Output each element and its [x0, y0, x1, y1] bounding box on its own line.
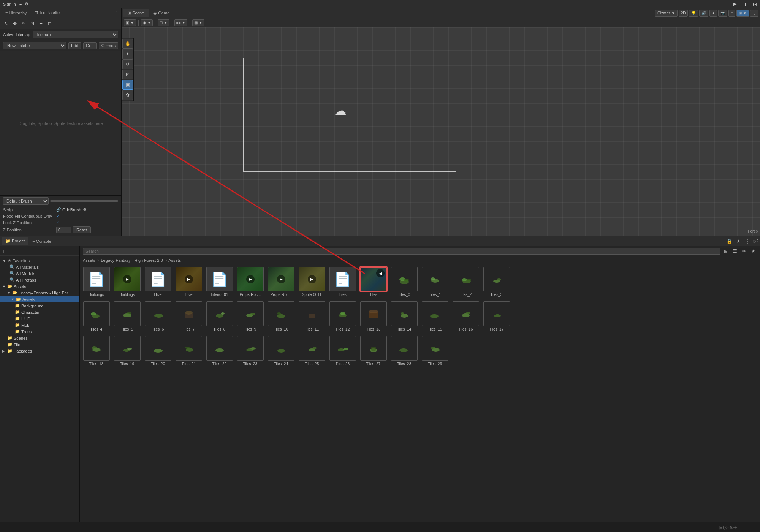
reset-button[interactable]: Reset [73, 226, 91, 233]
asset-hive-sprite[interactable]: ▶ Hive [174, 267, 203, 297]
asset-tiles-27[interactable]: Tiles_27 [359, 336, 388, 366]
asset-tiles-28[interactable]: Tiles_28 [390, 336, 418, 366]
asset-tiles-12[interactable]: Tiles_12 [328, 301, 357, 331]
asset-tiles-2[interactable]: Tiles_2 [451, 267, 480, 297]
hand-tool[interactable]: ✋ [122, 39, 133, 49]
edit-button[interactable]: Edit [68, 42, 81, 49]
play-button[interactable]: ▶ [733, 2, 736, 6]
asset-tiles-14[interactable]: Tiles_14 [390, 301, 418, 331]
add-asset-btn[interactable]: + [2, 249, 5, 255]
custom-tool[interactable]: ✿ [122, 90, 133, 100]
rect-tool[interactable]: ▣ [122, 80, 133, 90]
view-tool-1[interactable]: ▣ ▼ [124, 19, 136, 26]
asset-tiles-17[interactable]: Tiles_17 [482, 301, 511, 331]
asset-tiles-10[interactable]: Tiles_10 [267, 301, 295, 331]
asset-buildings-file[interactable]: 📄 Buildings [82, 267, 111, 297]
asset-tiles-18[interactable]: Tiles_18 [82, 336, 111, 366]
rotate-tool[interactable]: ↺ [122, 59, 133, 69]
new-palette-dropdown[interactable]: New Palette [3, 42, 66, 49]
tree-item-all-materials[interactable]: 🔍 All Materials [0, 264, 79, 270]
scene-layers-btn[interactable]: ≡ [728, 10, 735, 17]
pause-button[interactable]: ⏸ [743, 2, 747, 6]
tab-tile-palette[interactable]: ⊞ Tile Palette [31, 9, 63, 17]
tilemap-dropdown[interactable]: Tilemap [33, 31, 118, 38]
move-tool[interactable]: ✦ [122, 49, 133, 59]
asset-sprite-0011[interactable]: ▶ Sprite-0011 [298, 267, 326, 297]
asset-tiles-22[interactable]: Tiles_22 [205, 336, 234, 366]
script-settings-icon[interactable]: ⚙ [83, 207, 87, 212]
lock-z-value[interactable]: ✓ [56, 220, 60, 225]
palette-tool-erase[interactable]: ◻ [46, 20, 54, 27]
asset-tiles-20[interactable]: Tiles_20 [144, 336, 172, 366]
audio-btn[interactable]: 🔊 [699, 10, 708, 17]
tree-item-tile[interactable]: 📁 Tile [0, 341, 79, 348]
palette-tool-move[interactable]: ✥ [11, 20, 19, 27]
asset-tiles-24[interactable]: Tiles_24 [267, 336, 295, 366]
view-tool-4[interactable]: ≡≡ ▼ [174, 19, 187, 26]
breadcrumb-assets2[interactable]: Assets [168, 258, 181, 263]
asset-buildings-sprite[interactable]: ▶ Buildings [113, 267, 141, 297]
tab-console[interactable]: ≡ Console [28, 238, 55, 245]
palette-tool-box[interactable]: ⊡ [28, 20, 36, 27]
asset-tiles-9[interactable]: Tiles_9 [236, 301, 264, 331]
palette-tool-paint[interactable]: ✏ [20, 20, 27, 27]
scale-tool[interactable]: ⊡ [122, 70, 133, 79]
asset-interior-file[interactable]: 📄 Interior-01 [205, 267, 234, 297]
search-options-btn[interactable]: ⊞ [722, 248, 730, 255]
asset-tiles-11[interactable]: Tiles_11 [298, 301, 326, 331]
flood-fill-value[interactable]: ✓ [56, 214, 60, 218]
tree-item-scenes[interactable]: 📁 Scenes [0, 335, 79, 341]
tree-item-character[interactable]: 📁 Character [0, 309, 79, 315]
view-tool-3[interactable]: ⊡ ▼ [158, 19, 169, 26]
palette-tool-pick[interactable]: ✦ [37, 20, 45, 27]
asset-tiles-0[interactable]: Tiles_0 [390, 267, 418, 297]
fx-btn[interactable]: ✦ [709, 10, 717, 17]
asset-props-roc-1[interactable]: ▶ Props-Roc... [236, 267, 264, 297]
lighting-btn[interactable]: 💡 [689, 10, 698, 17]
gizmos-button[interactable]: Gizmos [99, 42, 118, 49]
tree-item-background[interactable]: 📁 Background [0, 302, 79, 309]
tab-project[interactable]: 📁 Project [2, 237, 28, 245]
breadcrumb-assets[interactable]: Assets [83, 258, 95, 263]
asset-tiles-16[interactable]: Tiles_16 [451, 301, 480, 331]
tree-item-packages[interactable]: ▶ 📁 Packages [0, 348, 79, 354]
asset-tiles-13[interactable]: Tiles_13 [359, 301, 388, 331]
asset-tiles-6[interactable]: Tiles_6 [144, 301, 172, 331]
lock-layout-btn[interactable]: 🔒 [725, 238, 733, 245]
asset-tiles-selected[interactable]: ◀ Tiles [359, 267, 388, 297]
asset-tiles-5[interactable]: Tiles_5 [113, 301, 141, 331]
asset-tiles-7[interactable]: Tiles_7 [174, 301, 203, 331]
search-filter-btn[interactable]: ☰ [731, 248, 739, 255]
sign-in-label[interactable]: Sign in [3, 2, 16, 6]
search-fav-btn[interactable]: ✏ [740, 248, 748, 255]
tree-item-all-models[interactable]: 🔍 All Models [0, 270, 79, 277]
more-actions-btn[interactable]: ⋮ [744, 238, 751, 245]
more-btn[interactable]: ⋮ [750, 10, 758, 17]
asset-tiles-26[interactable]: Tiles_26 [328, 336, 357, 366]
panel-menu-btn[interactable]: ⋮ [112, 11, 120, 16]
asset-tiles-29[interactable]: Tiles_29 [421, 336, 449, 366]
palette-tool-select[interactable]: ↖ [2, 20, 10, 27]
asset-tiles-3[interactable]: Tiles_3 [482, 267, 511, 297]
tree-item-legacy-fantasy[interactable]: ▼ 📂 Legacy-Fantasy - High For... [0, 290, 79, 296]
view-tool-2[interactable]: ◉ ▼ [141, 19, 153, 26]
tree-item-assets[interactable]: ▼ 📂 Assets [0, 283, 79, 290]
tree-item-assets-sub[interactable]: ▼ 📂 Assets [0, 296, 79, 302]
search-input[interactable] [83, 248, 720, 255]
asset-tiles-4[interactable]: Tiles_4 [82, 301, 111, 331]
grid-toggle-btn[interactable]: ⊞ ▼ [736, 10, 749, 17]
grid-button[interactable]: Grid [83, 42, 97, 49]
tree-item-hud[interactable]: 📁 HUD [0, 315, 79, 322]
asset-props-roc-2[interactable]: ▶ Props-Roc... [267, 267, 295, 297]
breadcrumb-legacy[interactable]: Legacy-Fantasy - High Forest 2.3 [101, 258, 163, 263]
asset-tiles-25[interactable]: Tiles_25 [298, 336, 326, 366]
persp-btn[interactable]: 2D [679, 10, 688, 17]
tree-item-trees[interactable]: 📁 Trees [0, 328, 79, 335]
view-tool-5[interactable]: ▦ ▼ [192, 19, 204, 26]
gizmos-dropdown[interactable]: Gizmos ▼ [655, 10, 678, 17]
tab-game[interactable]: ◉ Game [149, 9, 174, 17]
asset-tiles-23[interactable]: Tiles_23 [236, 336, 264, 366]
asset-tiles-15[interactable]: Tiles_15 [421, 301, 449, 331]
brush-dropdown[interactable]: Default Brush [3, 197, 49, 205]
tree-item-mob[interactable]: 📁 Mob [0, 322, 79, 328]
